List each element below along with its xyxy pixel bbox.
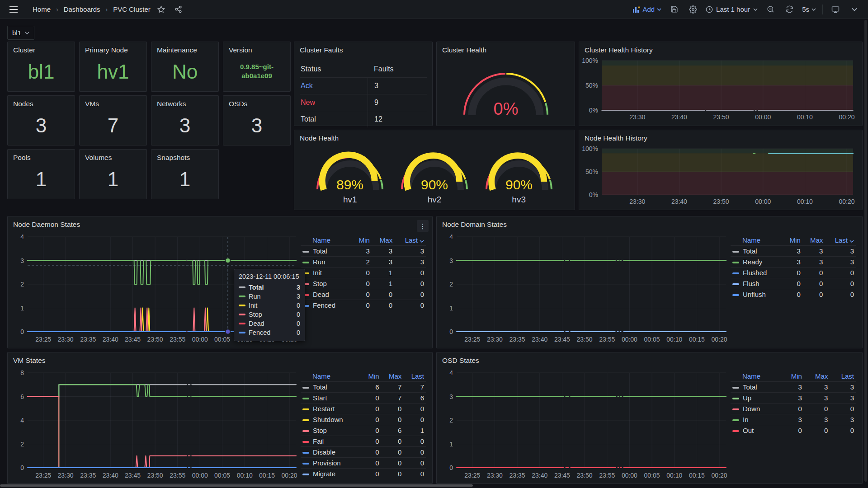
legend-series-name[interactable]: Restart bbox=[301, 404, 361, 414]
series-color-swatch bbox=[302, 430, 309, 432]
legend-min: 0 bbox=[783, 289, 802, 300]
panel-title[interactable]: VM States bbox=[8, 352, 432, 366]
legend-col-min[interactable]: Min bbox=[781, 371, 804, 382]
time-range-picker[interactable]: Last 1 hour bbox=[706, 5, 758, 13]
panel-title[interactable]: Cluster Health History bbox=[579, 42, 862, 56]
panel-title[interactable]: Primary Node bbox=[80, 42, 146, 56]
panel-title[interactable]: Node Daemon States bbox=[8, 216, 432, 230]
cluster-health-history-chart[interactable]: 0%50%100%23:3023:4023:5000:0000:1000:20 bbox=[579, 56, 862, 125]
legend-series-name[interactable]: Dead bbox=[301, 289, 351, 300]
legend-max: 6 bbox=[381, 425, 404, 436]
legend-series-name[interactable]: Total bbox=[731, 246, 783, 257]
legend-col-name[interactable]: Name bbox=[301, 235, 351, 246]
legend-series-name[interactable]: Total bbox=[301, 246, 351, 257]
node-health-history-chart[interactable]: 0%50%100%23:3023:4023:5000:0000:1000:20 bbox=[579, 144, 862, 209]
panel-title[interactable]: OSD States bbox=[437, 352, 862, 366]
legend-col-min[interactable]: Min bbox=[783, 235, 802, 246]
breadcrumb-home[interactable]: Home bbox=[33, 5, 51, 13]
breadcrumb-dashboards[interactable]: Dashboards bbox=[64, 5, 100, 13]
panel-title[interactable]: Networks bbox=[151, 96, 218, 110]
panel-title[interactable]: Version bbox=[223, 42, 290, 56]
legend-series-name[interactable]: Out bbox=[731, 425, 781, 436]
legend-series-name[interactable]: Flushed bbox=[731, 267, 783, 278]
panel-menu-kebab-icon[interactable]: ⋮ bbox=[417, 220, 429, 232]
legend-series-name[interactable]: Disable bbox=[301, 447, 361, 458]
legend-series-name[interactable]: Up bbox=[731, 393, 781, 404]
faults-status-new[interactable]: New bbox=[300, 99, 368, 107]
panel-title[interactable]: Node Health History bbox=[579, 130, 862, 144]
legend-col-name[interactable]: Name bbox=[731, 371, 781, 382]
legend-series-name[interactable]: Fenced bbox=[301, 300, 351, 311]
legend-series-name[interactable]: Stop bbox=[301, 278, 351, 289]
legend-series-name[interactable]: In bbox=[731, 414, 781, 425]
faults-status-total[interactable]: Total bbox=[300, 115, 368, 123]
panel-title[interactable]: Cluster Faults bbox=[294, 42, 432, 56]
osd-states-chart[interactable]: 0123423:2523:3023:3523:4023:4523:5023:55… bbox=[440, 366, 731, 483]
legend-series-name[interactable]: Init bbox=[301, 267, 351, 278]
panel-title[interactable]: Pools bbox=[8, 150, 75, 164]
panel-title[interactable]: Node Domain States bbox=[437, 216, 862, 230]
legend-series-name[interactable]: Run bbox=[301, 257, 351, 267]
legend-max: 0 bbox=[804, 425, 830, 436]
refresh-icon[interactable] bbox=[783, 3, 796, 16]
legend-col-min[interactable]: Min bbox=[361, 371, 381, 382]
share-icon[interactable] bbox=[172, 3, 185, 16]
legend-series-name[interactable]: Ready bbox=[731, 257, 783, 267]
faults-status-ack[interactable]: Ack bbox=[300, 82, 368, 90]
zoom-out-icon[interactable] bbox=[764, 3, 777, 16]
panel-title[interactable]: VMs bbox=[80, 96, 146, 110]
legend-series-name[interactable]: Shutdown bbox=[301, 414, 361, 425]
legend-series-name[interactable]: Fail bbox=[301, 436, 361, 447]
legend-col-max[interactable]: Max bbox=[381, 371, 404, 382]
legend-series-name[interactable]: Down bbox=[731, 404, 781, 414]
vm-states-chart[interactable]: 0246823:2523:3023:3523:4023:4523:5023:55… bbox=[11, 366, 301, 483]
legend-series-name[interactable]: Flush bbox=[731, 278, 783, 289]
legend-series-name[interactable]: Unflush bbox=[731, 289, 783, 300]
panel-title[interactable]: Node Health bbox=[294, 130, 575, 144]
panel-title[interactable]: Volumes bbox=[80, 150, 146, 164]
horizontal-scrollbar[interactable] bbox=[0, 484, 473, 487]
legend-col-min[interactable]: Min bbox=[351, 235, 372, 246]
node-domain-states-chart[interactable]: 0123423:2523:3023:3523:4023:4523:5023:55… bbox=[440, 230, 731, 347]
svg-text:23:50: 23:50 bbox=[147, 472, 163, 479]
faults-col-status[interactable]: Status bbox=[300, 65, 368, 73]
legend-col-last[interactable]: Last bbox=[830, 371, 856, 382]
legend-series-name[interactable]: Total bbox=[301, 382, 361, 393]
faults-col-faults[interactable]: Faults bbox=[368, 61, 427, 77]
legend-series-name[interactable]: Start bbox=[301, 393, 361, 404]
legend-last: 7 bbox=[403, 382, 426, 393]
legend-last: 3 bbox=[394, 257, 426, 267]
settings-gear-icon[interactable] bbox=[687, 3, 699, 16]
tv-mode-icon[interactable] bbox=[829, 3, 842, 16]
legend-last: 3 bbox=[830, 382, 856, 393]
save-dashboard-icon[interactable] bbox=[668, 3, 680, 16]
svg-text:23:50: 23:50 bbox=[577, 472, 593, 479]
cluster-variable-select[interactable]: bl1 bbox=[7, 26, 34, 40]
menu-icon[interactable] bbox=[7, 3, 20, 16]
legend-col-max[interactable]: Max bbox=[804, 371, 830, 382]
add-button[interactable]: Add bbox=[633, 5, 661, 13]
legend-col-last[interactable]: Last bbox=[403, 371, 426, 382]
star-icon[interactable] bbox=[155, 3, 168, 16]
panel-title[interactable]: Cluster Health bbox=[437, 42, 575, 56]
panel-title[interactable]: Maintenance bbox=[151, 42, 218, 56]
panel-title[interactable]: OSDs bbox=[223, 96, 290, 110]
legend-series-name[interactable]: Stop bbox=[301, 425, 361, 436]
legend-series-name[interactable]: Provision bbox=[301, 458, 361, 469]
panel-title[interactable]: Cluster bbox=[8, 42, 75, 56]
svg-text:00:15: 00:15 bbox=[689, 336, 705, 343]
legend-col-name[interactable]: Name bbox=[301, 371, 361, 382]
legend-col-max[interactable]: Max bbox=[802, 235, 825, 246]
collapse-nav-chevron-icon[interactable] bbox=[848, 3, 861, 16]
refresh-interval-picker[interactable]: 5s bbox=[802, 5, 816, 13]
legend-col-name[interactable]: Name bbox=[731, 235, 783, 246]
legend-min: 3 bbox=[783, 257, 802, 267]
legend-col-last[interactable]: Last bbox=[825, 235, 856, 246]
panel-title[interactable]: Snapshots bbox=[151, 150, 218, 164]
legend-series-name[interactable]: Total bbox=[731, 382, 781, 393]
panel-title[interactable]: Nodes bbox=[8, 96, 75, 110]
legend-col-max[interactable]: Max bbox=[372, 235, 394, 246]
vertical-scrollbar[interactable] bbox=[864, 20, 867, 482]
legend-col-last[interactable]: Last bbox=[394, 235, 426, 246]
legend-series-name[interactable]: Migrate bbox=[301, 469, 361, 479]
